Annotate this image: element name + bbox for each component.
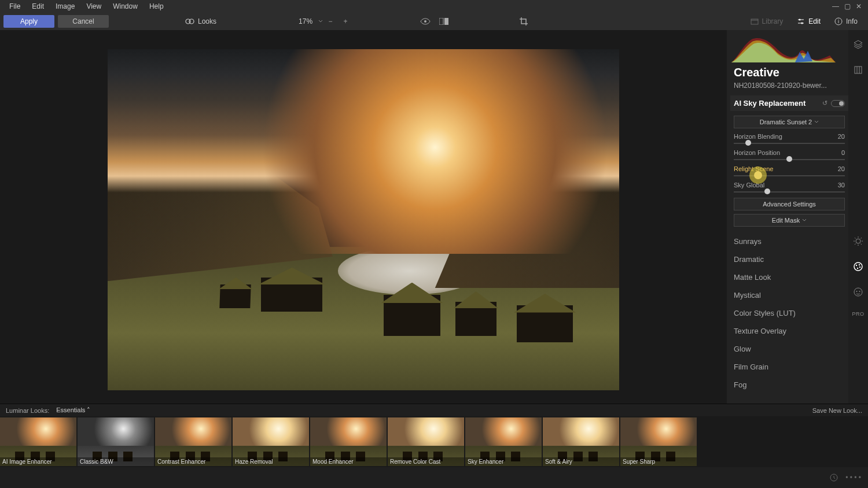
tool-item-matte-look[interactable]: Matte Look [734, 268, 845, 286]
close-icon[interactable]: ✕ [854, 2, 863, 11]
look-thumb[interactable]: Sky Enhancer [465, 417, 542, 466]
slider-value: 20 [838, 165, 845, 172]
chevron-down-icon [318, 19, 323, 24]
portrait-icon[interactable] [852, 286, 865, 298]
tool-item-texture-overlay[interactable]: Texture Overlay [734, 322, 845, 340]
maximize-icon[interactable]: ▢ [843, 2, 852, 11]
look-thumb[interactable]: Super Sharp [620, 417, 697, 466]
tab-library[interactable]: Library [744, 15, 790, 28]
history-icon[interactable] [829, 473, 838, 482]
more-icon[interactable]: • • • • [845, 474, 861, 482]
looks-header-label: Luminar Looks: [6, 407, 49, 414]
light-icon[interactable] [852, 235, 865, 247]
svg-point-1 [189, 19, 194, 24]
tool-toggle[interactable] [831, 100, 845, 107]
slider-label: Sky Global [734, 182, 764, 188]
panel-title: Creative [734, 66, 845, 79]
right-icon-rail: PRO [848, 30, 868, 404]
canvas-area[interactable] [0, 30, 727, 404]
chevron-down-icon [814, 120, 819, 124]
tool-item-film-grain[interactable]: Film Grain [734, 358, 845, 376]
svg-rect-4 [444, 18, 448, 25]
sliders-icon [797, 17, 805, 25]
preview-toggle-icon[interactable] [418, 15, 433, 28]
tool-name: AI Sky Replacement [734, 99, 806, 108]
cancel-button[interactable]: Cancel [58, 15, 109, 28]
crop-icon[interactable] [516, 15, 531, 28]
filmstrip-header: Luminar Looks: Essentials ˄ Save New Loo… [0, 404, 868, 416]
menu-image[interactable]: Image [51, 1, 79, 12]
tool-item-dramatic[interactable]: Dramatic [734, 250, 845, 268]
slider-value: 0 [841, 149, 845, 156]
toolbar: Apply Cancel Looks 17% − + Library Edit … [0, 13, 868, 30]
slider-value: 20 [838, 133, 845, 140]
zoom-percent[interactable]: 17% [293, 16, 318, 27]
look-label: Contrast Enhancer [155, 457, 231, 466]
slider-label: Relight Scene [734, 165, 774, 172]
looks-label: Looks [198, 17, 216, 25]
looks-button[interactable]: Looks [179, 16, 222, 27]
look-thumb[interactable]: Haze Removal [233, 417, 309, 466]
slider-track[interactable] [734, 140, 845, 146]
edit-mask-button[interactable]: Edit Mask [734, 214, 845, 227]
slider-track[interactable] [734, 172, 845, 178]
svg-text:i: i [838, 19, 839, 24]
look-thumb[interactable]: Contrast Enhancer [155, 417, 231, 466]
menu-window[interactable]: Window [108, 1, 142, 12]
tool-item-glow[interactable]: Glow [734, 340, 845, 358]
zoom-out-button[interactable]: − [323, 15, 338, 28]
filmstrip[interactable]: AI Image EnhancerClassic B&WContrast Enh… [0, 416, 868, 467]
look-label: Haze Removal [233, 457, 309, 466]
svg-point-6 [799, 19, 801, 21]
menu-file[interactable]: File [5, 1, 25, 12]
zoom-in-button[interactable]: + [338, 15, 353, 28]
svg-point-15 [859, 267, 860, 268]
slider-track[interactable] [734, 156, 845, 162]
minimize-icon[interactable]: — [831, 2, 840, 11]
slider-sky-global: Sky Global30 [734, 182, 845, 188]
tool-item-color-styles-lut-[interactable]: Color Styles (LUT) [734, 304, 845, 322]
look-thumb[interactable]: Soft & Airy [543, 417, 619, 466]
tool-item-sunrays[interactable]: Sunrays [734, 232, 845, 250]
slider-relight-scene: Relight Scene20 [734, 165, 845, 172]
looks-category[interactable]: Essentials ˄ [56, 406, 90, 414]
svg-point-17 [854, 288, 862, 296]
svg-point-18 [856, 291, 858, 292]
svg-point-2 [424, 20, 426, 23]
save-new-look-button[interactable]: Save New Look... [812, 407, 862, 414]
slider-value: 30 [838, 182, 845, 188]
menu-view[interactable]: View [82, 1, 106, 12]
look-thumb[interactable]: AI Image Enhancer [0, 417, 76, 466]
menu-help[interactable]: Help [145, 1, 168, 12]
filename-label: NH20180508-210920-bewer... [734, 82, 845, 90]
look-label: Sky Enhancer [465, 457, 542, 466]
chevron-down-icon [802, 218, 807, 223]
look-label: Soft & Airy [543, 457, 619, 466]
menu-edit[interactable]: Edit [27, 1, 49, 12]
advanced-settings-button[interactable]: Advanced Settings [734, 198, 845, 210]
svg-rect-10 [855, 66, 862, 73]
slider-track[interactable] [734, 188, 845, 194]
svg-point-11 [856, 239, 860, 243]
look-thumb[interactable]: Remove Color Cast [388, 417, 464, 466]
chevron-up-icon: ˄ [87, 406, 90, 413]
canvas-icon[interactable] [852, 64, 865, 76]
reset-icon[interactable]: ↺ [822, 99, 827, 107]
svg-rect-5 [751, 19, 758, 24]
tab-edit[interactable]: Edit [790, 15, 827, 28]
look-thumb[interactable]: Mood Enhancer [310, 417, 387, 466]
look-label: Remove Color Cast [388, 457, 464, 466]
tab-info[interactable]: i Info [827, 15, 865, 28]
apply-button[interactable]: Apply [3, 15, 54, 28]
creative-icon[interactable] [852, 260, 865, 273]
sky-preset-dropdown[interactable]: Dramatic Sunset 2 [734, 116, 845, 128]
slider-label: Horizon Blending [734, 133, 782, 140]
look-thumb[interactable]: Classic B&W [78, 417, 154, 466]
layers-icon[interactable] [852, 38, 865, 51]
svg-point-7 [801, 23, 803, 24]
compare-icon[interactable] [436, 15, 451, 28]
tool-item-fog[interactable]: Fog [734, 376, 845, 394]
tool-header[interactable]: AI Sky Replacement ↺ [730, 95, 848, 111]
tool-item-mystical[interactable]: Mystical [734, 286, 845, 304]
status-bar: • • • • [0, 467, 868, 488]
